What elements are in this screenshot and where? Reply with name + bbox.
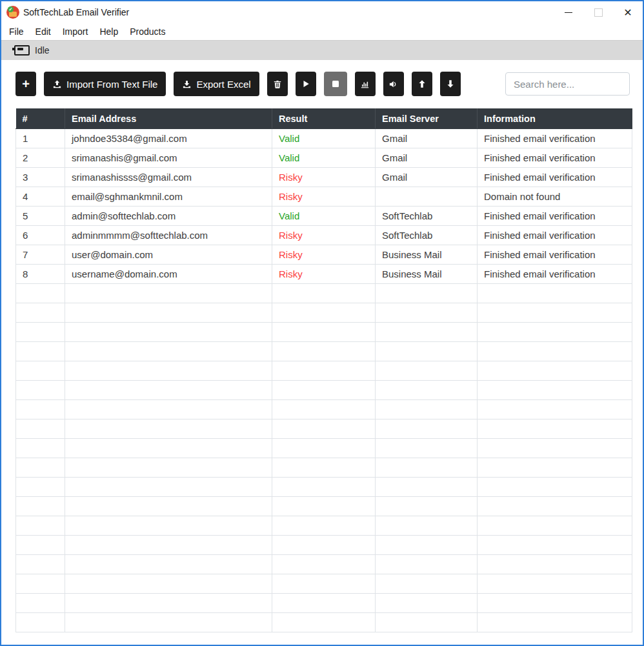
menu-products[interactable]: Products bbox=[130, 26, 165, 37]
column-header-num[interactable]: # bbox=[16, 108, 65, 129]
cell-num: 2 bbox=[16, 148, 65, 168]
cell-result bbox=[272, 536, 376, 555]
cell-info bbox=[478, 536, 632, 555]
statistics-button[interactable] bbox=[355, 72, 376, 96]
cell-result bbox=[272, 361, 376, 381]
import-from-text-file-button[interactable]: Import From Text File bbox=[44, 72, 166, 96]
cell-result bbox=[272, 574, 376, 594]
cell-email bbox=[65, 516, 272, 536]
empty-table-row[interactable] bbox=[16, 400, 632, 419]
export-excel-button[interactable]: Export Excel bbox=[174, 72, 259, 96]
menu-import[interactable]: Import bbox=[63, 26, 88, 37]
table-row[interactable]: 4email@sghmankmnil.comRiskyDomain not fo… bbox=[16, 187, 632, 207]
menu-edit[interactable]: Edit bbox=[35, 26, 51, 37]
empty-table-row[interactable] bbox=[16, 458, 632, 478]
empty-table-row[interactable] bbox=[16, 478, 632, 497]
menu-bar: File Edit Import Help Products bbox=[1, 23, 643, 40]
cell-info: Finished email verification bbox=[478, 245, 632, 265]
stop-button[interactable] bbox=[324, 72, 347, 96]
cell-email bbox=[65, 439, 272, 458]
column-header-email[interactable]: Email Address bbox=[65, 108, 272, 129]
empty-table-row[interactable] bbox=[16, 497, 632, 516]
table-row[interactable]: 8username@domain.comRiskyBusiness MailFi… bbox=[16, 265, 632, 284]
close-button[interactable]: ✕ bbox=[613, 1, 643, 23]
cell-result bbox=[272, 284, 376, 303]
cell-info bbox=[478, 497, 632, 516]
cell-result bbox=[272, 439, 376, 458]
check-badge-icon: ✓ bbox=[8, 6, 14, 12]
maximize-icon bbox=[594, 8, 603, 17]
cell-server: SoftTechlab bbox=[376, 226, 478, 245]
table-row[interactable]: 7user@domain.comRiskyBusiness MailFinish… bbox=[16, 245, 632, 265]
empty-table-row[interactable] bbox=[16, 361, 632, 381]
cell-email: johndoe35384@gmail.com bbox=[65, 129, 272, 148]
cell-email bbox=[65, 613, 272, 632]
cell-result bbox=[272, 400, 376, 419]
column-header-server[interactable]: Email Server bbox=[376, 108, 478, 129]
table-row[interactable]: 5admin@softtechlab.comValidSoftTechlabFi… bbox=[16, 207, 632, 226]
move-up-button[interactable] bbox=[412, 72, 432, 96]
cell-server bbox=[376, 478, 478, 497]
cell-server bbox=[376, 613, 478, 632]
empty-table-row[interactable] bbox=[16, 439, 632, 458]
cell-server bbox=[376, 594, 478, 613]
cell-result: Valid bbox=[272, 129, 376, 148]
add-button[interactable]: + bbox=[15, 72, 36, 96]
menu-file[interactable]: File bbox=[9, 26, 24, 37]
cell-info bbox=[478, 478, 632, 497]
cell-email: email@sghmankmnil.com bbox=[65, 187, 272, 207]
cell-result: Valid bbox=[272, 148, 376, 168]
cell-email bbox=[65, 419, 272, 439]
cell-email: user@domain.com bbox=[65, 245, 272, 265]
empty-table-row[interactable] bbox=[16, 303, 632, 323]
cell-server bbox=[376, 536, 478, 555]
cell-num bbox=[16, 497, 65, 516]
empty-table-row[interactable] bbox=[16, 381, 632, 400]
arrow-down-icon bbox=[446, 79, 455, 88]
cell-info bbox=[478, 342, 632, 361]
empty-table-row[interactable] bbox=[16, 284, 632, 303]
search-input[interactable] bbox=[505, 72, 630, 96]
cell-server bbox=[376, 284, 478, 303]
window-title: SoftTechLab Email Verifier bbox=[23, 7, 129, 17]
empty-table-row[interactable] bbox=[16, 536, 632, 555]
maximize-button[interactable] bbox=[583, 1, 613, 23]
cell-result: Risky bbox=[272, 265, 376, 284]
cell-server bbox=[376, 381, 478, 400]
start-button[interactable] bbox=[296, 72, 316, 96]
empty-table-row[interactable] bbox=[16, 323, 632, 342]
empty-table-row[interactable] bbox=[16, 613, 632, 632]
empty-table-row[interactable] bbox=[16, 555, 632, 574]
delete-button[interactable] bbox=[267, 72, 288, 96]
table-row[interactable]: 2srimanashis@gmail.comValidGmailFinished… bbox=[16, 148, 632, 168]
empty-table-row[interactable] bbox=[16, 342, 632, 361]
column-header-result[interactable]: Result bbox=[272, 108, 376, 129]
empty-table-row[interactable] bbox=[16, 419, 632, 439]
cell-info bbox=[478, 400, 632, 419]
cell-num bbox=[16, 419, 65, 439]
cell-num bbox=[16, 284, 65, 303]
cell-num bbox=[16, 342, 65, 361]
cell-num bbox=[16, 381, 65, 400]
cell-info: Domain not found bbox=[478, 187, 632, 207]
empty-table-row[interactable] bbox=[16, 574, 632, 594]
column-header-info[interactable]: Information bbox=[478, 108, 632, 129]
minimize-button[interactable] bbox=[554, 1, 583, 23]
sound-button[interactable] bbox=[383, 72, 404, 96]
empty-table-row[interactable] bbox=[16, 594, 632, 613]
table-row[interactable]: 3srimanashissss@gmail.comRiskyGmailFinis… bbox=[16, 168, 632, 187]
cell-server bbox=[376, 555, 478, 574]
table-row[interactable]: 6adminmmmm@softtechlab.comRiskySoftTechl… bbox=[16, 226, 632, 245]
cell-server bbox=[376, 574, 478, 594]
cell-email: srimanashissss@gmail.com bbox=[65, 168, 272, 187]
cell-server: Gmail bbox=[376, 168, 478, 187]
cell-num bbox=[16, 594, 65, 613]
cell-email bbox=[65, 458, 272, 478]
cell-info bbox=[478, 361, 632, 381]
cell-result bbox=[272, 419, 376, 439]
table-row[interactable]: 1johndoe35384@gmail.comValidGmailFinishe… bbox=[16, 129, 632, 148]
cell-email bbox=[65, 574, 272, 594]
empty-table-row[interactable] bbox=[16, 516, 632, 536]
move-down-button[interactable] bbox=[440, 72, 461, 96]
menu-help[interactable]: Help bbox=[99, 26, 118, 37]
